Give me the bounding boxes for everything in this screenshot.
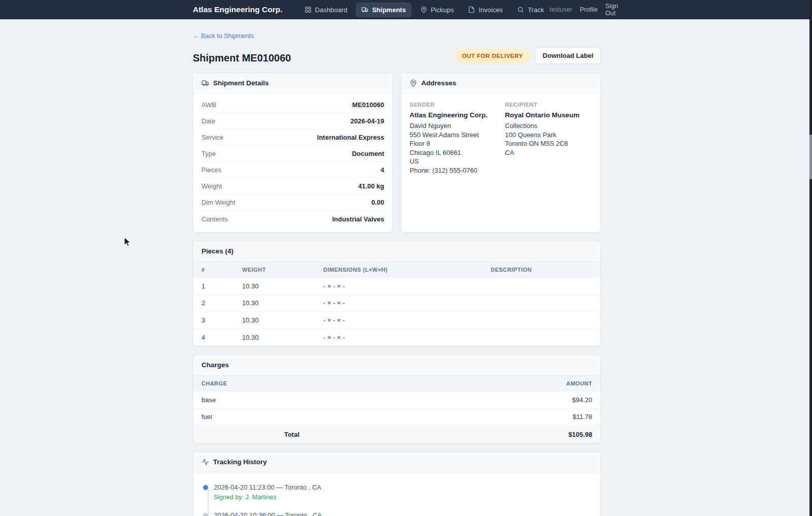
- charge-row: base $94.20: [193, 392, 600, 409]
- brand-title: Atlas Engineering Corp.: [193, 5, 283, 14]
- search-icon: [517, 6, 524, 13]
- nav-item-label: Invoices: [479, 6, 503, 14]
- nav-item-label: Pickups: [431, 6, 454, 14]
- piece-row: 4 10.30 - × - × -: [193, 329, 600, 346]
- detail-row-contents: Contents Industrial Valves: [201, 211, 384, 227]
- shipment-details-card: Shipment Details AWB ME010060 Date 2026-…: [193, 73, 393, 233]
- sender-name: Atlas Engineering Corp.: [410, 111, 497, 119]
- signed-by-text: Signed by: J. Martinez: [214, 494, 592, 501]
- charges-table-header: CHARGE AMOUNT: [193, 375, 600, 392]
- status-badge: OUT FOR DELIVERY: [455, 49, 530, 63]
- detail-row-service: Service International Express: [201, 130, 384, 146]
- total-label: Total: [201, 431, 382, 438]
- detail-row-dim-weight: Dim Weight 0.00: [201, 195, 384, 211]
- map-pin-icon: [410, 79, 417, 87]
- nav-item-shipments[interactable]: Shipments: [356, 3, 411, 17]
- charges-card: Charges CHARGE AMOUNT base $94.20 fuel $…: [193, 354, 601, 443]
- nav-item-pickups[interactable]: Pickups: [415, 3, 460, 17]
- total-amount: $105.98: [382, 431, 592, 438]
- back-to-shipments-link[interactable]: ← Back to Shipments: [193, 33, 254, 40]
- activity-icon: [201, 458, 209, 466]
- nav-item-label: Dashboard: [315, 6, 348, 14]
- nav-item-dashboard[interactable]: Dashboard: [299, 3, 353, 17]
- map-pin-icon: [420, 6, 427, 13]
- addresses-card: Addresses SENDER Atlas Engineering Corp.…: [401, 73, 601, 233]
- top-navbar: Atlas Engineering Corp. Dashboard Shipme…: [0, 0, 812, 19]
- recipient-address: RECIPIENT Royal Ontario Museum Collectio…: [505, 102, 592, 175]
- nav-item-invoices[interactable]: Invoices: [462, 3, 509, 17]
- tracking-event: 2026-04-20 10:36:00 — Toronto , CA: [201, 511, 592, 516]
- page-title: Shipment ME010060: [193, 52, 291, 64]
- card-title: Tracking History: [213, 458, 267, 466]
- recipient-name: Royal Ontario Museum: [505, 111, 592, 119]
- tracking-timeline: 2026-04-20 11:23:00 — Toronto , CA Signe…: [193, 472, 600, 516]
- piece-row: 1 10.30 - × - × -: [193, 278, 600, 295]
- detail-row-type: Type Document: [201, 146, 384, 162]
- sender-address: SENDER Atlas Engineering Corp. David Ngu…: [410, 102, 497, 175]
- scrollbar-track: [809, 0, 812, 516]
- tracking-event: 2026-04-20 11:23:00 — Toronto , CA Signe…: [201, 483, 592, 501]
- piece-row: 3 10.30 - × - × -: [193, 312, 600, 329]
- card-title: Charges: [201, 361, 229, 369]
- card-title: Addresses: [421, 79, 456, 87]
- username-label: testuser: [550, 6, 572, 13]
- event-dot-active: [203, 485, 208, 490]
- grid-icon: [304, 6, 312, 13]
- detail-row-pieces: Pieces 4: [201, 162, 384, 178]
- nav-menu: Dashboard Shipments Pickups Invoices Tra…: [299, 3, 550, 17]
- charge-row: fuel $11.78: [193, 409, 600, 426]
- profile-link[interactable]: Profile: [580, 6, 597, 13]
- nav-user-area: testuser Profile Sign Out: [550, 3, 618, 17]
- recipient-heading: RECIPIENT: [505, 102, 592, 108]
- detail-row-awb: AWB ME010060: [201, 97, 384, 113]
- download-label-button[interactable]: Download Label: [535, 47, 601, 64]
- mouse-cursor: [123, 237, 132, 249]
- detail-row-date: Date 2026-04-19: [201, 113, 384, 130]
- tracking-history-card: Tracking History 2026-04-20 11:23:00 — T…: [193, 452, 601, 516]
- nav-item-label: Track: [528, 6, 544, 14]
- event-dot: [203, 513, 208, 516]
- scrollbar-thumb[interactable]: [809, 135, 812, 179]
- pieces-table-header: # WEIGHT DIMENSIONS (L×W×H) DESCRIPTION: [193, 262, 600, 278]
- detail-row-weight: Weight 41.00 kg: [201, 178, 384, 195]
- nav-item-track[interactable]: Track: [512, 3, 550, 17]
- truck-icon: [201, 79, 209, 87]
- signout-link[interactable]: Sign Out: [605, 3, 618, 17]
- sender-heading: SENDER: [410, 102, 497, 108]
- file-icon: [468, 6, 475, 13]
- piece-row: 2 10.30 - × - × -: [193, 295, 600, 312]
- card-title: Pieces (4): [201, 247, 233, 255]
- card-title: Shipment Details: [213, 79, 269, 87]
- charges-total-row: Total $105.98: [193, 426, 600, 443]
- pieces-card: Pieces (4) # WEIGHT DIMENSIONS (L×W×H) D…: [193, 241, 601, 346]
- truck-icon: [361, 6, 368, 13]
- nav-item-label: Shipments: [372, 6, 405, 14]
